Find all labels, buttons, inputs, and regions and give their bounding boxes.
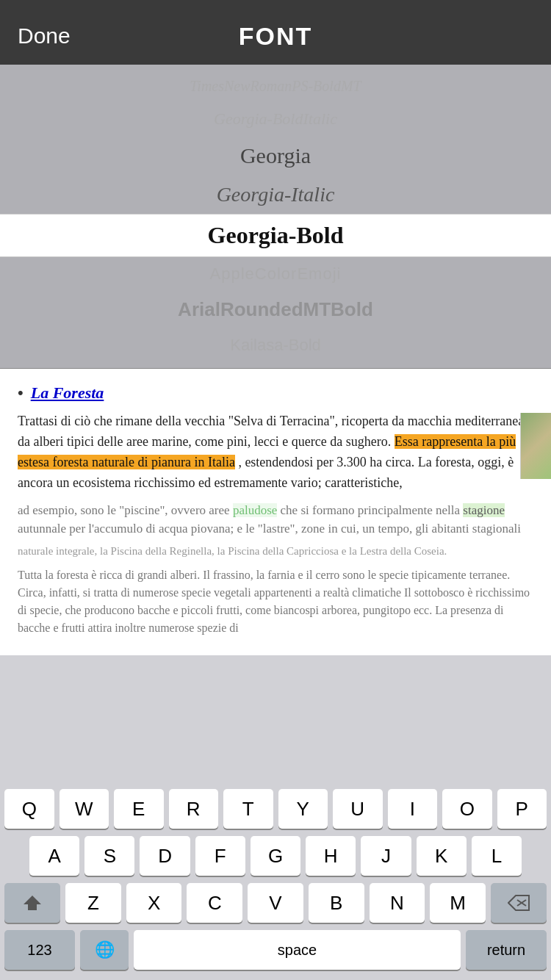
key-P[interactable]: P xyxy=(497,789,547,829)
key-N[interactable]: N xyxy=(370,883,425,923)
key-X[interactable]: X xyxy=(126,883,182,923)
key-O[interactable]: O xyxy=(442,789,492,829)
key-I[interactable]: I xyxy=(388,789,438,829)
key-K[interactable]: K xyxy=(417,836,467,876)
bullet-marker: • xyxy=(18,383,24,403)
font-item-georgia[interactable]: Georgia xyxy=(0,136,551,176)
keyboard-row1: Q W E R T Y U I O P xyxy=(0,789,551,829)
key-R[interactable]: R xyxy=(169,789,219,829)
key-L[interactable]: L xyxy=(472,836,522,876)
key-A[interactable]: A xyxy=(29,836,79,876)
key-T[interactable]: T xyxy=(223,789,273,829)
font-item-arialrounded[interactable]: ArialRoundedMTBold xyxy=(0,291,551,328)
key-Z[interactable]: Z xyxy=(65,883,121,923)
key-Q[interactable]: Q xyxy=(4,789,54,829)
return-key[interactable]: return xyxy=(466,930,547,970)
key-H[interactable]: H xyxy=(306,836,356,876)
key-F[interactable]: F xyxy=(195,836,245,876)
header: Done FONT xyxy=(0,0,551,65)
font-item-kailasa[interactable]: Kailasa-Bold xyxy=(0,328,551,362)
num-key[interactable]: 123 xyxy=(4,930,75,970)
key-W[interactable]: W xyxy=(60,789,109,829)
space-key[interactable]: space xyxy=(134,930,461,970)
content-bullet: • La Foresta xyxy=(18,383,533,403)
font-picker: TimesNewRomanPS-BoldMT Georgia-BoldItali… xyxy=(0,65,551,369)
content-area: • La Foresta Trattasi di ciò che rimane … xyxy=(0,369,551,655)
font-item-georgia-italic[interactable]: Georgia-Italic xyxy=(0,176,551,214)
keyboard-row2: A S D F G H J K L xyxy=(0,836,551,876)
content-paragraph3: Tutta la foresta è ricca di grandi alber… xyxy=(18,566,533,637)
keyboard: Q W E R T Y U I O P A S D F G H J K L xyxy=(0,780,551,980)
key-D[interactable]: D xyxy=(140,836,190,876)
backspace-key[interactable] xyxy=(491,883,547,923)
key-C[interactable]: C xyxy=(187,883,242,923)
done-button[interactable]: Done xyxy=(18,24,71,48)
font-item-times[interactable]: TimesNewRomanPS-BoldMT xyxy=(0,71,551,102)
key-S[interactable]: S xyxy=(84,836,134,876)
font-item-georgia-bolditalic[interactable]: Georgia-BoldItalic xyxy=(0,102,551,136)
shift-key[interactable] xyxy=(4,883,60,923)
key-M[interactable]: M xyxy=(430,883,486,923)
font-item-emoji[interactable]: AppleColorEmoji xyxy=(0,257,551,291)
content-paragraph1: Trattasi di ciò che rimane della vecchia… xyxy=(18,411,533,494)
font-item-georgia-bold[interactable]: Georgia-Bold xyxy=(0,214,551,257)
content-paragraph2: ad esempio, sono le "piscine", ovvero ar… xyxy=(18,501,533,538)
keyboard-bottom-row: 123 🌐 space return xyxy=(0,930,551,980)
key-U[interactable]: U xyxy=(333,789,383,829)
key-Y[interactable]: Y xyxy=(278,789,328,829)
key-E[interactable]: E xyxy=(114,789,164,829)
key-B[interactable]: B xyxy=(309,883,364,923)
globe-key[interactable]: 🌐 xyxy=(80,930,129,970)
header-title: FONT xyxy=(239,22,313,51)
content-paragraph2b: naturale integrale, la Piscina della Reg… xyxy=(18,543,533,560)
keyboard-row3: Z X C V B N M xyxy=(0,883,551,923)
sidebar-image xyxy=(520,413,551,479)
key-J[interactable]: J xyxy=(361,836,411,876)
key-G[interactable]: G xyxy=(251,836,300,876)
key-V[interactable]: V xyxy=(248,883,303,923)
content-link[interactable]: La Foresta xyxy=(31,383,104,403)
